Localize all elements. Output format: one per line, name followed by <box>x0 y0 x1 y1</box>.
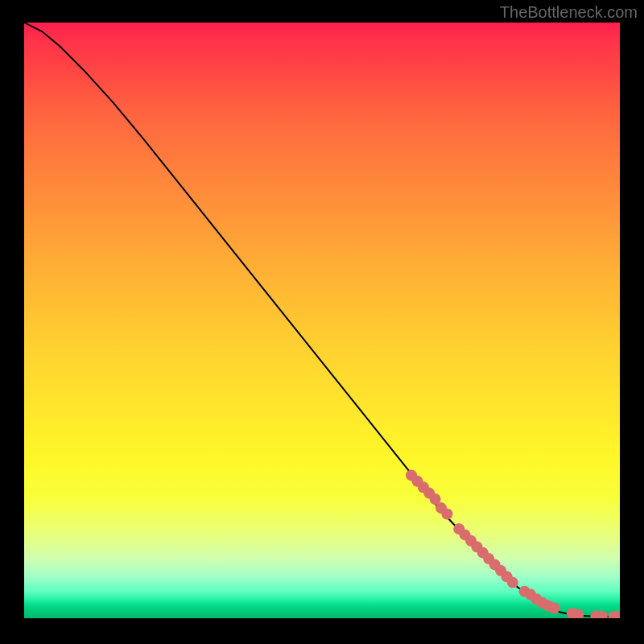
chart-svg <box>24 23 620 618</box>
bottleneck-curve <box>24 23 620 617</box>
watermark-text: TheBottleneck.com <box>500 3 638 22</box>
curve-line <box>24 23 620 617</box>
data-markers <box>406 469 620 618</box>
data-point-marker <box>507 577 518 588</box>
data-point-marker <box>549 602 560 613</box>
data-point-marker <box>441 509 452 520</box>
